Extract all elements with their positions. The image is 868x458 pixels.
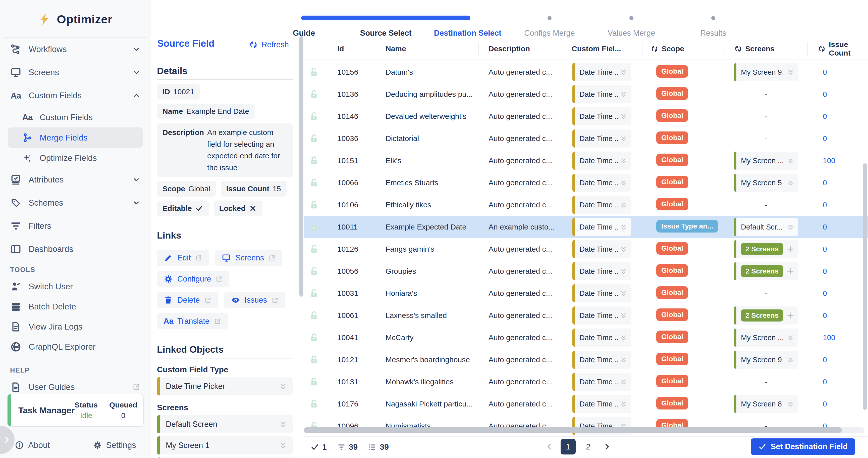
custom-field-type-select[interactable]: Date Time ... [572,85,631,103]
step-guide[interactable]: Guide [263,10,345,40]
issue-count-link[interactable]: 0 [823,267,827,275]
issue-count-link[interactable]: 100 [823,333,835,342]
table-row[interactable]: 10041McCartyAuto generated c...Date Time… [304,326,868,349]
task-manager-card[interactable]: Task Manager Status Idle Queued 0 [7,394,144,427]
table-row[interactable]: 10126Fangs gamin'sAuto generated c...Dat… [304,238,868,260]
sidebar-item-batch-delete[interactable]: Batch Delete [0,296,151,317]
sidebar-item-custom-fields[interactable]: AaCustom Fields [0,84,151,107]
issue-count-link[interactable]: 0 [823,112,827,120]
custom-field-type-select[interactable]: Date Time Picker [157,377,292,395]
issue-count-link[interactable]: 0 [823,311,827,319]
set-destination-field-button[interactable]: Set Destination Field [751,438,855,455]
screens-select[interactable]: Default Scr... [734,218,798,236]
table-row[interactable]: 10131Mohawk's illegalitiesAuto generated… [304,371,868,393]
column-header-custom-fiel[interactable]: Custom Fiel... [563,45,642,53]
custom-field-type-select[interactable]: Date Time ... [572,307,631,324]
total-count[interactable]: 39 [368,442,389,452]
step-configs-merge[interactable]: Configs Merge [508,10,590,40]
screens-select[interactable]: 2 Screens [734,262,798,280]
table-row[interactable]: 10146Devalued welterweight'sAuto generat… [304,105,868,127]
page-prev-button[interactable] [545,442,554,452]
issue-count-link[interactable]: 0 [823,134,827,143]
table-row[interactable]: 10121Mesmer's boardinghouseAuto generate… [304,349,868,371]
column-header-screens[interactable]: Screens [724,45,807,53]
sidebar-item-screens[interactable]: Screens [0,61,151,84]
horizontal-scrollbar[interactable] [304,427,842,433]
sidebar-item-filters[interactable]: Filters [0,214,151,237]
panel-scrollbar[interactable] [299,36,303,296]
sidebar-item-switch-user[interactable]: Switch User [0,277,151,296]
step-source-select[interactable]: Source Select [345,10,427,40]
custom-field-type-select[interactable]: Date Time ... [572,218,631,236]
custom-field-type-select[interactable]: Date Time ... [572,328,631,347]
issue-count-link[interactable]: 0 [823,289,827,297]
sidebar-item-workflows[interactable]: Workflows [0,38,151,61]
issue-count-link[interactable]: 0 [823,178,827,187]
about-button[interactable]: About [14,440,50,450]
issue-count-link[interactable]: 100 [823,156,835,165]
page-button-2[interactable]: 2 [581,439,596,455]
issue-count-link[interactable]: 0 [823,90,827,98]
delete-link-button[interactable]: Delete [157,292,218,308]
table-row[interactable]: 10106Ethically tikesAuto generated c...D… [304,194,868,216]
table-row[interactable]: 10031Honiara'sAuto generated c...Date Ti… [304,282,868,305]
screens-select[interactable]: My Screen 9 [734,63,798,81]
custom-field-type-select[interactable]: Date Time ... [572,284,631,303]
configure-link-button[interactable]: Configure [157,271,229,287]
table-row[interactable]: 10096NumismatistsAuto generated c...Date… [304,415,868,437]
issue-count-link[interactable]: 0 [823,355,827,364]
table-row[interactable]: 10011Example Expected DateAn example cus… [304,216,868,238]
sidebar-item-graphql-explorer[interactable]: GraphQL Explorer [0,337,151,357]
custom-field-type-select[interactable]: Date Time ... [572,151,631,170]
screens-select[interactable]: My Screen 8 [734,395,798,413]
screens-select[interactable]: My Screen ... [734,328,798,347]
column-header-id[interactable]: Id [324,45,374,53]
custom-field-type-select[interactable]: Date Time ... [572,262,631,280]
issue-count-link[interactable]: 0 [823,377,827,386]
sidebar-item-dashboards[interactable]: Dashboards [0,237,151,261]
sidebar-item-attributes[interactable]: Attributes [0,168,151,191]
table-row[interactable]: 10151Elk'sAuto generated c...Date Time .… [304,149,868,172]
settings-button[interactable]: Settings [93,440,136,450]
page-button-1[interactable]: 1 [561,439,576,455]
screens-select[interactable]: 2 Screens [734,240,798,258]
sidebar-item-view-jira-logs[interactable]: View Jira Logs [0,317,151,337]
screen-item-default-screen[interactable]: Default Screen [157,415,292,433]
custom-field-type-select[interactable]: Date Time ... [572,395,631,413]
table-row[interactable]: 10061Laxness's smalledAuto generated c..… [304,305,868,326]
step-values-merge[interactable]: Values Merge [590,10,672,40]
column-header-issue-count[interactable]: Issue Count [807,40,868,57]
table-row[interactable]: 10156Datum'sAuto generated c...Date Time… [304,61,868,83]
issues-link-button[interactable]: Issues [224,292,285,308]
edit-link-button[interactable]: Edit [157,250,209,266]
custom-field-type-select[interactable]: Date Time ... [572,196,631,214]
filtered-count[interactable]: 39 [337,442,358,452]
column-header-description[interactable]: Description [478,45,563,53]
issue-count-link[interactable]: 0 [823,201,827,209]
sidebar-item-schemes[interactable]: Schemes [0,191,151,214]
issue-count-link[interactable]: 0 [823,223,827,231]
custom-field-type-select[interactable]: Date Time ... [572,174,631,192]
sidebar-item-optimize-fields[interactable]: Optimize Fields [0,148,151,168]
custom-field-type-select[interactable]: Date Time ... [572,240,631,258]
screens-select[interactable]: My Screen 9 [734,351,798,369]
screens-select[interactable]: My Screen ... [734,151,798,170]
screens-link-button[interactable]: Screens [215,250,282,266]
issue-count-link[interactable]: 0 [823,245,827,253]
custom-field-type-select[interactable]: Date Time ... [572,107,631,125]
column-header-scope[interactable]: Scope [642,45,724,53]
custom-field-type-select[interactable]: Date Time ... [572,63,631,81]
table-row[interactable]: 10066Emetics StuartsAuto generated c...D… [304,172,868,194]
screen-item-my-screen-1[interactable]: My Screen 1 [157,436,292,455]
step-destination-select[interactable]: Destination Select [427,10,508,40]
step-results[interactable]: Results [672,10,754,40]
sidebar-item-custom-fields[interactable]: AaCustom Fields [0,107,151,127]
custom-field-type-select[interactable]: Date Time ... [572,351,631,369]
table-row[interactable]: 10036DictatorialAuto generated c...Date … [304,127,868,149]
custom-field-type-select[interactable]: Date Time ... [572,373,631,391]
table-row[interactable]: 10056GroupiesAuto generated c...Date Tim… [304,260,868,282]
issue-count-link[interactable]: 0 [823,400,827,408]
issue-count-link[interactable]: 0 [823,68,827,76]
sidebar-item-merge-fields[interactable]: Merge Fields [8,127,143,148]
translate-link-button[interactable]: AaTranslate [157,313,228,329]
